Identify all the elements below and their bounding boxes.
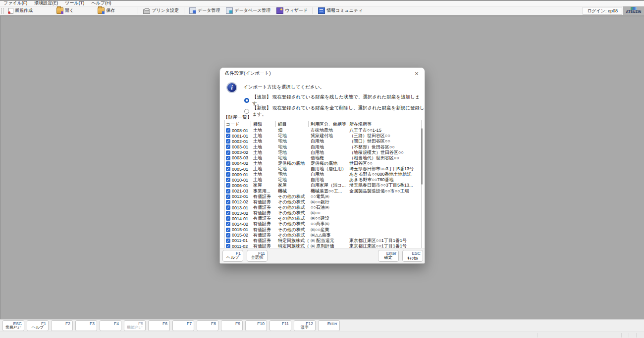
dialog-title-bar[interactable]: 条件設定(インポート) × [220, 68, 425, 79]
menu-item-help[interactable]: ヘルプ(H) [88, 0, 114, 6]
import-option-new[interactable]: 【新規】 現在登録されている財産を全て削除し、選択された財産を新規に登録します。 [244, 105, 425, 118]
save-icon [98, 7, 105, 14]
button-label: ヘルプ [27, 325, 48, 330]
status-divider [621, 333, 622, 338]
wizard-button[interactable]: ウィザード [273, 7, 311, 15]
cell-code: 0013-02 [232, 211, 248, 216]
open-folder-icon [56, 7, 63, 14]
cancel-button[interactable]: ESC ｷｬﾝｾﾙ [402, 250, 423, 262]
function-key-button[interactable]: F1 ヘルプ [27, 320, 49, 331]
row-checkbox[interactable] [226, 178, 230, 182]
import-condition-dialog: 条件設定(インポート) × インポート方法を選択してください。 【追加】 現在登… [219, 67, 425, 264]
close-button[interactable]: × [411, 68, 423, 78]
button-label: 機能ﾒﾆｭｰ [124, 325, 145, 330]
function-key-button[interactable]: ESC 業務ﾒﾆｭｰ [2, 320, 24, 331]
table-body: 0008-01 土地 畑 市街地農地 八王子市○○1-15 0001-01 土地 [224, 128, 422, 249]
help-button[interactable]: F1 ヘルプ [222, 250, 243, 262]
toolbar-separator [138, 7, 138, 14]
new-document-icon [8, 8, 13, 14]
function-key-button[interactable]: F5 機能ﾒﾆｭｰ [124, 320, 146, 331]
cell-code: 0014-01 [232, 216, 248, 221]
toolbar-label: 保存 [106, 7, 115, 14]
cell-code: 0005-01 [232, 167, 248, 172]
toolbar-label: ウィザード [285, 7, 308, 14]
cell-code: 0001-01 [232, 134, 248, 139]
cell-code: 0003-01 [232, 145, 248, 149]
info-community-button[interactable]: 情報コミュニティ [315, 7, 366, 15]
cell-code: 0012-01 [232, 194, 248, 199]
row-checkbox[interactable] [226, 156, 230, 160]
function-key-button[interactable]: F11 [269, 320, 291, 331]
radio-button-new[interactable] [244, 109, 249, 114]
cell-code: 0015-02 [232, 233, 248, 238]
key-hint: F2 [65, 321, 70, 326]
status-divider [537, 333, 537, 338]
row-checkbox[interactable] [226, 189, 230, 193]
function-key-button[interactable]: F10 [245, 320, 267, 331]
function-key-button[interactable]: F7 [172, 320, 194, 331]
row-checkbox[interactable] [226, 139, 230, 144]
row-checkbox[interactable] [226, 216, 230, 221]
printer-settings-button[interactable]: プリンタ設定 [140, 7, 182, 15]
row-checkbox[interactable] [226, 239, 230, 243]
function-key-button[interactable]: F3 [75, 320, 97, 331]
row-checkbox[interactable] [226, 222, 230, 226]
row-checkbox[interactable] [226, 200, 230, 204]
function-key-button[interactable]: Enter [318, 320, 340, 331]
application-window: ファイル(F) 環境設定(E) ツール(T) ヘルプ(H) 新規作成 開く 保存… [0, 0, 644, 338]
row-checkbox[interactable] [226, 134, 230, 138]
menu-item-tools[interactable]: ツール(T) [61, 0, 88, 6]
toolbar-label: データベース管理 [234, 7, 270, 14]
select-all-button[interactable]: F11 全選択 [247, 250, 268, 262]
save-button[interactable]: 保存 [95, 7, 118, 15]
menu-item-file[interactable]: ファイル(F) [0, 0, 31, 6]
toolbar-separator [184, 7, 184, 14]
key-hint: F3 [90, 321, 95, 326]
row-checkbox[interactable] [226, 161, 230, 166]
row-checkbox[interactable] [226, 194, 230, 199]
wizard-icon [276, 7, 283, 14]
function-key-button[interactable]: F12 漢字 [294, 320, 316, 331]
button-label: ヘルプ [223, 255, 243, 261]
row-checkbox[interactable] [226, 145, 230, 149]
row-checkbox[interactable] [226, 205, 230, 210]
toolbar-label: データ管理 [198, 7, 220, 14]
confirm-button[interactable]: Enter 確定 [378, 250, 399, 262]
menu-item-environment-settings[interactable]: 環境設定(E) [31, 0, 61, 6]
info-community-icon [318, 7, 325, 14]
function-key-button[interactable]: F4 [100, 320, 121, 331]
function-key-button[interactable]: F9 [221, 320, 243, 331]
row-checkbox[interactable] [226, 183, 230, 188]
open-button[interactable]: 開く [54, 7, 77, 15]
dialog-instruction: インポート方法を選択してください。 [243, 84, 324, 91]
key-hint: F11 [282, 321, 289, 326]
radio-button-add[interactable] [244, 98, 249, 103]
new-file-button[interactable]: 新規作成 [5, 7, 36, 15]
toolbar-grip[interactable] [1, 8, 3, 14]
cell-location: 金属製品製造設備○○市○○工場 [347, 188, 422, 194]
row-checkbox[interactable] [226, 228, 230, 232]
cell-code: 0021-03 [232, 189, 248, 193]
scrollbar-thumb[interactable] [421, 128, 423, 185]
key-hint: Enter [327, 321, 337, 326]
cell-code: 0004-02 [232, 161, 248, 166]
cell-code: 0012-02 [232, 199, 248, 204]
row-checkbox[interactable] [226, 150, 230, 155]
function-key-button[interactable]: F8 [197, 320, 218, 331]
toolbar-label: 開く [65, 7, 74, 14]
row-checkbox[interactable] [226, 172, 230, 177]
toolbar-label: 新規作成 [15, 7, 33, 14]
database-management-button[interactable]: データベース管理 [223, 7, 273, 15]
data-management-button[interactable]: データ管理 [186, 7, 223, 15]
toolbar-separator [313, 7, 313, 14]
cell-code: 0014-02 [232, 222, 248, 227]
toolbar-label: プリンタ設定 [152, 7, 179, 14]
row-checkbox[interactable] [226, 233, 230, 238]
row-checkbox[interactable] [226, 128, 230, 133]
table-scrollbar[interactable] [419, 120, 424, 249]
table-header: コード 種類 細目 利用区分、銘柄等 所在場所等 [224, 120, 422, 128]
row-checkbox[interactable] [226, 211, 230, 215]
row-checkbox[interactable] [226, 167, 230, 171]
function-key-button[interactable]: F6 [148, 320, 170, 331]
function-key-button[interactable]: F2 [51, 320, 73, 331]
